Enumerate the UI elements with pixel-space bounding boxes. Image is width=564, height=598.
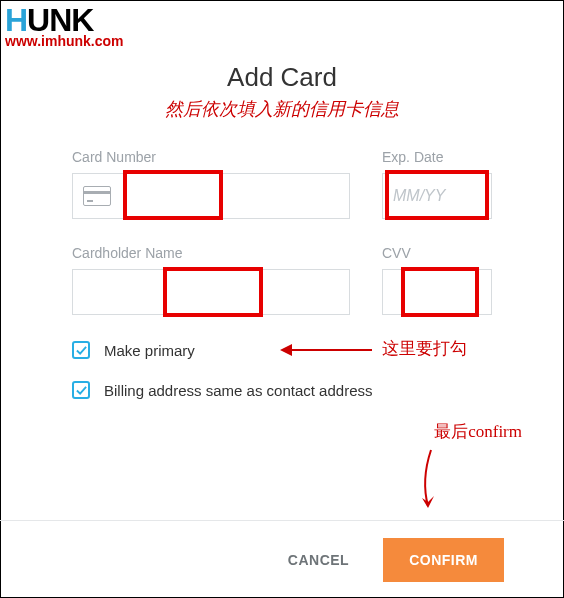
cardholder-input[interactable] bbox=[83, 270, 339, 314]
exp-date-label: Exp. Date bbox=[382, 149, 492, 165]
exp-date-input[interactable] bbox=[393, 174, 481, 218]
footer-actions: CANCEL CONFIRM bbox=[0, 520, 564, 598]
billing-same-label: Billing address same as contact address bbox=[104, 382, 372, 399]
cvv-input-wrap bbox=[382, 269, 492, 315]
field-cardholder: Cardholder Name bbox=[72, 245, 350, 315]
cancel-button[interactable]: CANCEL bbox=[288, 552, 349, 568]
billing-same-checkbox[interactable] bbox=[72, 381, 90, 399]
cardholder-label: Cardholder Name bbox=[72, 245, 350, 261]
card-form: Card Number Exp. Date Cardholder Name CV bbox=[0, 149, 564, 399]
annotation-fill-info: 然后依次填入新的信用卡信息 bbox=[0, 97, 564, 121]
field-exp-date: Exp. Date bbox=[382, 149, 492, 219]
exp-date-input-wrap bbox=[382, 173, 492, 219]
annotation-confirm-last: 最后confirm bbox=[434, 420, 522, 443]
confirm-button[interactable]: CONFIRM bbox=[383, 538, 504, 582]
cvv-input[interactable] bbox=[393, 270, 481, 314]
card-number-input-wrap bbox=[72, 173, 350, 219]
arrow-left-icon bbox=[282, 349, 372, 351]
field-cvv: CVV bbox=[382, 245, 492, 315]
arrow-down-icon bbox=[416, 450, 446, 524]
credit-card-icon bbox=[83, 186, 111, 206]
make-primary-label: Make primary bbox=[104, 342, 195, 359]
annotation-check-here: 这里要打勾 bbox=[382, 337, 467, 360]
logo-url: www.imhunk.com bbox=[5, 33, 124, 49]
checkbox-row-billing: Billing address same as contact address bbox=[72, 381, 492, 399]
card-number-input[interactable] bbox=[121, 174, 339, 218]
page-title: Add Card bbox=[0, 62, 564, 93]
logo-block: HUNK www.imhunk.com bbox=[5, 2, 124, 49]
check-icon bbox=[76, 345, 87, 356]
make-primary-checkbox[interactable] bbox=[72, 341, 90, 359]
cardholder-input-wrap bbox=[72, 269, 350, 315]
check-icon bbox=[76, 385, 87, 396]
cvv-label: CVV bbox=[382, 245, 492, 261]
field-card-number: Card Number bbox=[72, 149, 350, 219]
checkbox-row-primary: Make primary 这里要打勾 bbox=[72, 341, 492, 359]
card-number-label: Card Number bbox=[72, 149, 350, 165]
